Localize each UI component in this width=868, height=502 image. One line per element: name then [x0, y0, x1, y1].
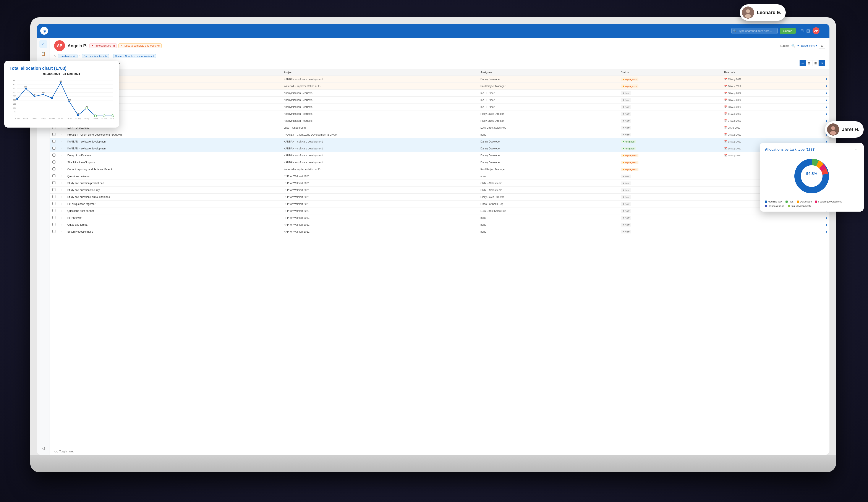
legend-label-bug: Bug (development)	[791, 205, 811, 207]
col-extra	[824, 69, 829, 76]
drag-handle[interactable]: ⠿	[61, 217, 62, 219]
view-grid-btn[interactable]: ⊞	[813, 60, 819, 66]
drag-handle[interactable]: ⠿	[61, 189, 62, 192]
search-input[interactable]	[731, 28, 778, 34]
filter-chip-due-date[interactable]: Due date is not empty	[82, 54, 109, 58]
row-checkbox[interactable]	[52, 133, 55, 136]
row-checkbox[interactable]	[52, 216, 55, 219]
row-checkbox[interactable]	[52, 188, 55, 191]
pie-chart-svg: 94.8%	[790, 154, 833, 198]
row-checkbox[interactable]	[52, 209, 55, 212]
svg-text:01 Sep: 01 Sep	[84, 117, 90, 120]
view-list-btn[interactable]: ☰	[799, 60, 806, 66]
row-subject: PHASE I – Client Zone Development (SCRUM…	[65, 131, 281, 138]
svg-text:01 Oct: 01 Oct	[93, 117, 98, 120]
legend-dot-machine	[765, 201, 767, 203]
user-avatar[interactable]: AP	[813, 27, 819, 34]
chart-area: 450 400 350 300 250 200 150 100 50 0	[10, 79, 114, 122]
svg-text:01 Aug: 01 Aug	[75, 117, 81, 120]
drag-handle[interactable]: ⠿	[61, 182, 62, 185]
svg-text:350: 350	[13, 87, 16, 90]
app-logo[interactable]: ◎	[40, 27, 48, 35]
tasks-week-tag[interactable]: ✓ Tasks to complete this week (6)	[118, 43, 162, 48]
row-checkbox[interactable]	[52, 154, 55, 156]
row-subject: Delay of notifications	[65, 152, 281, 159]
row-subject: Study and question product part	[65, 180, 281, 187]
row-drag-cell: ⠿	[58, 214, 65, 221]
row-checkbox-cell	[50, 194, 58, 201]
row-assignee: Ian IT Expert	[478, 90, 618, 96]
svg-text:218: 218	[16, 96, 19, 98]
row-checkbox[interactable]	[52, 147, 55, 150]
row-subject: Study and question Security	[65, 187, 281, 194]
sidebar-collapse-icon[interactable]: ◁	[39, 444, 47, 452]
columns-icon[interactable]: ▤	[806, 28, 810, 33]
date-value: 08 Aug 2022	[728, 133, 742, 136]
row-drag-cell: ⠿	[58, 201, 65, 207]
search-button[interactable]: Search	[780, 28, 796, 34]
svg-point-1	[746, 9, 750, 13]
legend-bug: Bug (development)	[788, 205, 811, 207]
drag-handle[interactable]: ⠿	[61, 210, 62, 212]
svg-text:01 Jul: 01 Jul	[67, 117, 71, 120]
sidebar-projects-icon[interactable]: 📋	[39, 50, 47, 58]
table-row: ⠿ Questions delivered RFP for Walmart 20…	[50, 173, 829, 180]
search-subject-icon[interactable]: 🔍	[791, 44, 795, 48]
row-project: KANBAN – software development	[281, 138, 478, 145]
laptop-frame: ◎ 🔍 Search ⊞ ▤ AP ⋮ ⌂ 📋	[30, 17, 836, 472]
row-checkbox[interactable]	[52, 140, 55, 143]
row-project: RFP for Walmart 2021	[281, 228, 478, 235]
toggle-menu-btn[interactable]: ◁◁ Toggle menu	[54, 450, 74, 453]
row-project: Anonymization Requests	[281, 103, 478, 111]
row-checkbox[interactable]	[52, 181, 55, 184]
project-issues-tag[interactable]: ⚑ Project Issues (4)	[90, 43, 117, 48]
drag-handle[interactable]: ⠿	[61, 154, 62, 157]
drag-handle[interactable]: ⠿	[61, 196, 62, 198]
svg-text:184: 184	[68, 99, 71, 101]
project-issues-label: Project Issues (4)	[95, 44, 115, 47]
row-project: KANBAN – software development	[281, 159, 478, 166]
date-value: 18 Aug 2022	[728, 140, 742, 143]
drag-handle[interactable]: ⠿	[61, 134, 62, 136]
status-badge: New	[621, 175, 631, 178]
filter-chip-status[interactable]: Status is New, In progress, Assigned	[113, 54, 156, 58]
row-checkbox[interactable]	[52, 161, 55, 164]
row-checkbox[interactable]	[52, 174, 55, 177]
row-checkbox[interactable]	[52, 195, 55, 198]
row-checkbox-cell	[50, 201, 58, 207]
drag-handle[interactable]: ⠿	[61, 141, 62, 143]
saved-filters-btn[interactable]: ★ Saved filters ▾	[797, 44, 817, 47]
row-assignee: Linda Partner's Rep	[478, 201, 618, 207]
filter-chip-coordinates[interactable]: coordinates >>	[58, 54, 78, 58]
calendar-icon: 📅	[724, 105, 727, 108]
drag-handle[interactable]: ⠿	[61, 203, 62, 205]
row-checkbox[interactable]	[52, 167, 55, 171]
svg-text:100: 100	[13, 107, 16, 109]
table-row: ⠿ Delay of notifications KANBAN – softwa…	[50, 152, 829, 159]
row-subject: Security questionnaire	[65, 228, 281, 235]
task-type-more-btn[interactable]: ···	[855, 147, 858, 152]
row-checkbox[interactable]	[52, 230, 55, 233]
grid-icon[interactable]: ⊞	[800, 28, 804, 33]
drag-handle[interactable]: ⠿	[61, 230, 62, 233]
drag-handle[interactable]: ⠿	[61, 147, 62, 150]
date-cell: 📅 04 Aug 2022	[724, 119, 821, 122]
drag-handle[interactable]: ⠿	[61, 168, 62, 171]
view-board-btn[interactable]: ⊟	[806, 60, 812, 66]
drag-handle[interactable]: ⠿	[61, 161, 62, 164]
filter-tags: ⚑ Project Issues (4) ✓ Tasks to complete…	[90, 43, 162, 48]
settings-gear-btn[interactable]: ⚙	[819, 43, 825, 49]
row-assignee: Ricky Sales Director	[478, 117, 618, 124]
row-subject: RFP answer	[65, 214, 281, 221]
row-checkbox[interactable]	[52, 202, 55, 205]
view-filter-btn[interactable]: ▼	[819, 60, 825, 66]
drag-handle[interactable]: ⠿	[61, 224, 62, 226]
row-assignee: none	[478, 131, 618, 138]
more-icon[interactable]: ⋮	[822, 28, 826, 33]
drag-handle[interactable]: ⠿	[61, 175, 62, 177]
svg-point-32	[60, 82, 62, 84]
sidebar-home-icon[interactable]: ⌂	[39, 40, 47, 48]
row-checkbox[interactable]	[52, 223, 55, 226]
row-assignee: Danny Developer	[478, 152, 618, 159]
date-value: 11 Aug 2022	[728, 113, 742, 115]
